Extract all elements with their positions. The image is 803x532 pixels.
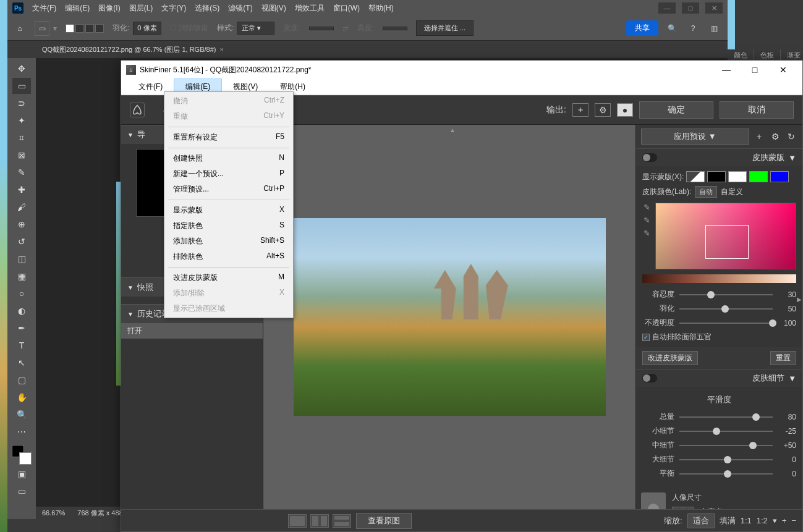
view-single-button[interactable] — [288, 514, 307, 528]
type-tool-icon[interactable]: T — [12, 337, 31, 353]
ps-menu-type[interactable]: 文字(Y) — [161, 3, 186, 14]
hand-tool-icon[interactable]: ✋ — [12, 389, 31, 405]
exclude-features-checkbox[interactable]: ✓ — [642, 334, 650, 341]
remove-pick-icon[interactable]: ✎ — [644, 229, 650, 238]
ps-menu-plugins[interactable]: 增效工具 — [295, 3, 325, 14]
brush-tool-icon[interactable]: 🖌 — [12, 199, 31, 215]
mask-slider-2[interactable] — [679, 323, 773, 324]
zoom-out-icon[interactable]: − — [791, 516, 796, 525]
skindetail-section-head[interactable]: 皮肤细节 ▼ — [636, 369, 802, 387]
detail-slider-0[interactable] — [679, 416, 773, 418]
skindetail-toggle[interactable] — [642, 374, 657, 382]
ok-button[interactable]: 确定 — [639, 101, 713, 119]
menu-item-重置所有设定[interactable]: 重置所有设定F5 — [164, 130, 293, 145]
frame-tool-icon[interactable]: ⊠ — [12, 147, 31, 163]
mask-slider-0[interactable] — [679, 294, 773, 295]
more-tools-icon[interactable]: ⋯ — [12, 424, 31, 440]
ps-menu-filter[interactable]: 滤镜(T) — [228, 3, 252, 14]
ps-close-button[interactable]: ✕ — [705, 2, 723, 14]
menu-item-排除肤色[interactable]: 排除肤色Alt+S — [164, 249, 293, 264]
view-split-h-button[interactable] — [333, 514, 351, 528]
crop-tool-icon[interactable]: ⌗ — [12, 130, 31, 146]
gear-icon[interactable]: ⚙ — [769, 130, 781, 143]
ps-maximize-button[interactable]: □ — [682, 2, 699, 14]
history-brush-icon[interactable]: ↺ — [12, 234, 31, 250]
mask-swatch-green[interactable] — [749, 171, 768, 182]
color-swatches[interactable] — [12, 445, 32, 465]
output-add-icon[interactable]: ＋ — [572, 103, 588, 117]
share-button[interactable]: 共享 — [626, 20, 658, 36]
view-split-v-button[interactable] — [310, 514, 329, 528]
home-icon[interactable]: ⌂ — [14, 22, 26, 35]
eyedropper-tool-icon[interactable]: ✎ — [12, 164, 31, 180]
sf-minimize-button[interactable]: — — [712, 61, 741, 79]
help-icon[interactable]: ? — [686, 21, 700, 36]
marquee-tool-icon[interactable]: ▭ — [35, 21, 49, 36]
menu-item-新建一个预设...[interactable]: 新建一个预设...P — [164, 166, 293, 182]
workspace-icon[interactable]: ▥ — [707, 21, 721, 36]
menu-item-改进皮肤蒙版[interactable]: 改进皮肤蒙版M — [164, 270, 293, 285]
lab-auto-button[interactable]: 自动 — [695, 186, 717, 198]
add-pick-icon[interactable]: ✎ — [644, 216, 650, 225]
improve-mask-button[interactable]: 改进皮肤蒙版 — [642, 351, 698, 365]
ps-menu-help[interactable]: 帮助(H) — [368, 3, 394, 14]
refresh-icon[interactable]: ↻ — [785, 130, 797, 143]
menu-item-显示蒙版[interactable]: 显示蒙版X — [164, 203, 293, 218]
shape-tool-icon[interactable]: ▢ — [12, 372, 31, 388]
detail-slider-2[interactable] — [679, 445, 773, 446]
cancel-button[interactable]: 取消 — [720, 101, 794, 119]
detail-slider-3[interactable] — [679, 459, 773, 460]
detail-slider-4[interactable] — [679, 473, 773, 475]
style-select[interactable]: 正常 ▾ — [237, 22, 274, 35]
ps-menu-window[interactable]: 窗口(W) — [333, 3, 360, 14]
lab-custom-button[interactable]: 自定义 — [721, 187, 743, 197]
gradient-tool-icon[interactable]: ▦ — [12, 268, 31, 284]
view-original-button[interactable]: 查看原图 — [356, 513, 412, 529]
zoom-12-button[interactable]: 1:2 — [757, 516, 768, 525]
detail-slider-1[interactable] — [679, 431, 773, 432]
mask-swatch-blue[interactable] — [770, 171, 789, 182]
pen-tool-icon[interactable]: ✒ — [12, 320, 31, 336]
antialias-checkbox[interactable]: ☐ 消除锯齿 — [170, 23, 208, 33]
ps-menu-edit[interactable]: 编辑(E) — [65, 3, 90, 14]
sf-canvas[interactable]: ▲ — [263, 125, 635, 509]
select-and-mask-button[interactable]: 选择并遮住 ... — [416, 20, 474, 36]
marquee-tool-icon[interactable]: ▭ — [12, 78, 31, 94]
reset-mask-button[interactable]: 重置 — [770, 351, 796, 365]
selection-mode-buttons[interactable] — [66, 24, 104, 33]
screenmode-icon[interactable]: ▭ — [12, 483, 31, 499]
lab-selection-box[interactable] — [705, 225, 749, 259]
document-tab[interactable]: QQ截图20240820121722.png @ 66.7% (图层 1, RG… — [36, 41, 230, 58]
path-tool-icon[interactable]: ↖ — [12, 355, 31, 371]
pick-icon[interactable]: ✎ — [644, 203, 650, 212]
zoom-in-icon[interactable]: + — [782, 516, 787, 525]
move-tool-icon[interactable]: ✥ — [12, 61, 31, 77]
quickmask-icon[interactable]: ▣ — [12, 466, 31, 482]
skinmask-toggle[interactable] — [642, 153, 657, 162]
lasso-tool-icon[interactable]: ⊃ — [12, 95, 31, 111]
menu-item-指定肤色[interactable]: 指定肤色S — [164, 218, 293, 234]
zoom-fill-button[interactable]: 填满 — [720, 515, 736, 526]
chevron-right-icon[interactable]: ▶ — [796, 296, 802, 303]
output-settings-icon[interactable]: ⚙ — [595, 103, 611, 117]
chevron-up-icon[interactable]: ▲ — [449, 127, 456, 133]
wand-tool-icon[interactable]: ✦ — [12, 112, 31, 129]
menu-item-创建快照[interactable]: 创建快照N — [164, 151, 293, 166]
history-item-open[interactable]: 打开 — [121, 323, 263, 339]
lab-color-picker[interactable] — [655, 203, 796, 269]
close-icon[interactable]: × — [219, 46, 223, 53]
mask-swatch-split[interactable] — [686, 171, 705, 182]
ps-menu-image[interactable]: 图像(I) — [98, 3, 120, 14]
zoom-tool-icon[interactable]: 🔍 — [12, 407, 31, 423]
portrait-custom-button[interactable]: 自定义 — [700, 507, 723, 509]
zoom-fit-button[interactable]: 适合 — [687, 513, 715, 528]
stamp-tool-icon[interactable]: ⊕ — [12, 216, 31, 232]
feather-input[interactable]: 0 像素 — [133, 22, 161, 35]
zoom-level[interactable]: 66.67% — [42, 509, 65, 517]
dodge-tool-icon[interactable]: ◐ — [12, 303, 31, 319]
menu-item-管理预设...[interactable]: 管理预设...Ctrl+P — [164, 182, 293, 197]
blur-tool-icon[interactable]: ○ — [12, 285, 31, 302]
ps-menu-view[interactable]: 视图(V) — [261, 3, 286, 14]
mask-swatch-white[interactable] — [728, 171, 747, 182]
mask-slider-1[interactable] — [679, 308, 773, 310]
